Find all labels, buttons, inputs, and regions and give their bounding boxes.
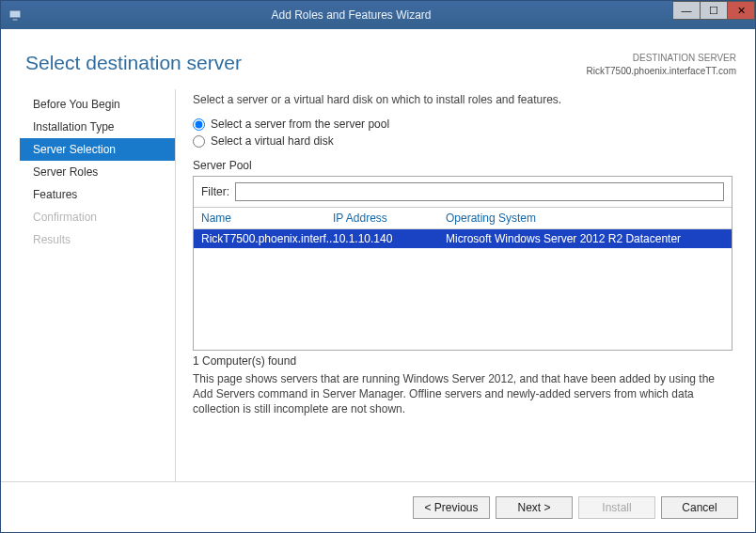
wizard-window: Add Roles and Features Wizard — ☐ ✕ Sele… xyxy=(0,0,756,533)
radio-server-pool[interactable]: Select a server from the server pool xyxy=(193,118,732,131)
destination-server: RickT7500.phoenix.interfaceTT.com xyxy=(586,65,736,78)
destination-label: DESTINATION SERVER xyxy=(586,52,736,65)
col-name[interactable]: Name xyxy=(201,212,333,225)
nav-confirmation: Confirmation xyxy=(20,206,175,228)
content-area: Select destination server DESTINATION SE… xyxy=(1,29,755,481)
radio-server-pool-label: Select a server from the server pool xyxy=(211,118,389,131)
body-row: Before You Begin Installation Type Serve… xyxy=(20,89,736,481)
svg-rect-0 xyxy=(9,10,21,18)
server-list[interactable]: RickT7500.phoenix.interf... 10.1.10.140 … xyxy=(194,229,732,350)
radio-server-pool-input[interactable] xyxy=(193,118,205,131)
row-name: RickT7500.phoenix.interf... xyxy=(201,232,333,245)
next-button[interactable]: Next > xyxy=(496,496,573,519)
table-row[interactable]: RickT7500.phoenix.interf... 10.1.10.140 … xyxy=(194,229,732,248)
main-panel: Select a server or a virtual hard disk o… xyxy=(176,89,736,481)
column-headers: Name IP Address Operating System xyxy=(194,208,732,229)
nav-server-selection[interactable]: Server Selection xyxy=(20,138,175,161)
filter-row: Filter: xyxy=(194,177,732,208)
destination-meta: DESTINATION SERVER RickT7500.phoenix.int… xyxy=(586,52,736,78)
window-controls: — ☐ ✕ xyxy=(673,1,755,29)
button-bar: < Previous Next > Install Cancel xyxy=(1,481,755,532)
minimize-button[interactable]: — xyxy=(672,1,701,20)
nav-before-you-begin[interactable]: Before You Begin xyxy=(20,93,175,116)
radio-vhd-input[interactable] xyxy=(193,135,205,148)
radio-vhd[interactable]: Select a virtual hard disk xyxy=(193,134,732,148)
instruction-text: Select a server or a virtual hard disk o… xyxy=(193,93,732,106)
radio-vhd-label: Select a virtual hard disk xyxy=(211,134,334,148)
previous-button[interactable]: < Previous xyxy=(413,496,490,519)
header-row: Select destination server DESTINATION SE… xyxy=(20,46,736,89)
install-button: Install xyxy=(578,496,655,519)
cancel-button[interactable]: Cancel xyxy=(661,496,738,519)
close-button[interactable]: ✕ xyxy=(727,1,755,20)
server-pool-box: Filter: Name IP Address Operating System… xyxy=(193,176,732,351)
nav-server-roles[interactable]: Server Roles xyxy=(20,161,175,183)
page-title: Select destination server xyxy=(25,52,242,74)
window-title: Add Roles and Features Wizard xyxy=(29,8,673,22)
col-os[interactable]: Operating System xyxy=(446,212,724,225)
filter-input[interactable] xyxy=(235,182,724,201)
col-ip[interactable]: IP Address xyxy=(333,212,446,225)
computers-found: 1 Computer(s) found xyxy=(193,354,732,368)
app-icon xyxy=(7,7,24,24)
maximize-button[interactable]: ☐ xyxy=(700,1,728,20)
svg-rect-1 xyxy=(12,19,18,21)
wizard-nav: Before You Begin Installation Type Serve… xyxy=(20,89,176,481)
nav-features[interactable]: Features xyxy=(20,183,175,206)
filter-label: Filter: xyxy=(201,185,229,198)
titlebar: Add Roles and Features Wizard — ☐ ✕ xyxy=(1,1,755,29)
page-description: This page shows servers that are running… xyxy=(193,371,732,416)
server-pool-label: Server Pool xyxy=(193,159,732,172)
nav-installation-type[interactable]: Installation Type xyxy=(20,116,175,138)
nav-results: Results xyxy=(20,228,175,251)
row-os: Microsoft Windows Server 2012 R2 Datacen… xyxy=(446,232,724,245)
row-ip: 10.1.10.140 xyxy=(333,232,446,245)
